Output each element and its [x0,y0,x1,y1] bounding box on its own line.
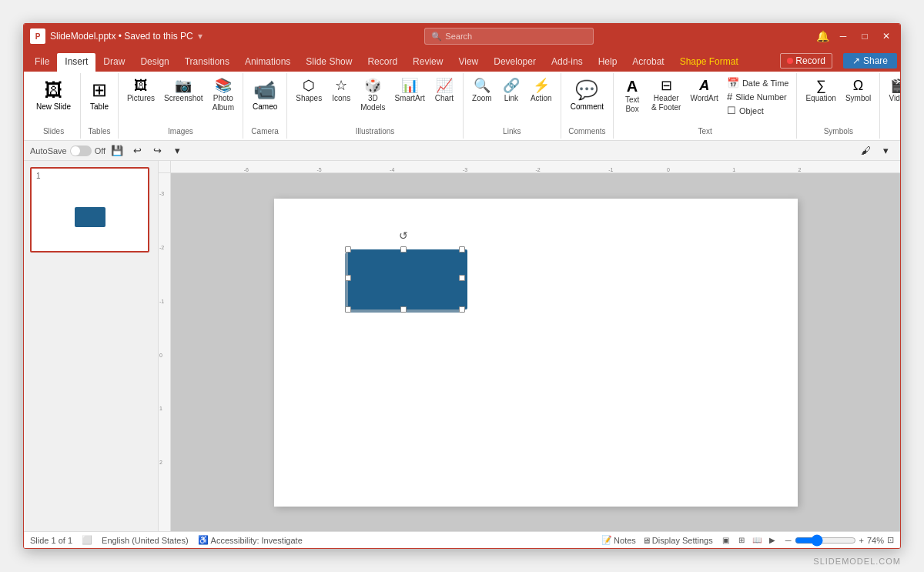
ribbon-tab-bar: File Insert Draw Design Transitions Anim… [24,49,900,72]
tab-acrobat[interactable]: Acrobat [624,53,671,72]
pictures-button[interactable]: 🖼 Pictures [123,76,159,105]
accessibility-icon: ♿ [198,535,209,545]
slide-thumbnail-1[interactable]: 1 [30,167,149,253]
handle-bot-center[interactable] [400,306,407,313]
new-slide-button[interactable]: 🖼 New Slide [32,76,75,114]
cameo-button[interactable]: 📹 Cameo [248,76,282,114]
tab-shape-format[interactable]: Shape Format [672,53,746,72]
symbol-icon: Ω [853,79,863,92]
app-logo: P [30,28,45,44]
accessibility-status[interactable]: ♿ Accessibility: Investigate [198,535,303,545]
table-button[interactable]: ⊞ Table [85,76,113,114]
autosave-switch[interactable] [70,146,92,156]
save-button[interactable]: 💾 [109,142,126,159]
undo-button[interactable]: ↩ [129,142,146,159]
zoom-range[interactable] [795,534,856,547]
zoom-button[interactable]: 🔍 Zoom [468,76,496,105]
share-button[interactable]: ↗ Share [843,53,897,69]
screenshot-button[interactable]: 📷 Screenshot [160,76,207,105]
handle-mid-right[interactable] [459,275,465,281]
tab-slideshow[interactable]: Slide Show [298,53,360,72]
ribbon-group-illustrations: ⬡ Shapes ☆ Icons 🎲 3D Models 📊 SmartArt … [287,73,464,139]
action-button[interactable]: ⚡ Action [527,76,556,105]
slide-thumb-content [32,183,148,251]
display-icon: 🖥 [642,536,651,545]
handle-top-right[interactable] [459,246,465,253]
shapes-button[interactable]: ⬡ Shapes [292,76,326,105]
ribbon-group-camera: 📹 Cameo Camera [243,73,287,139]
slide-number-button[interactable]: # Slide Number [724,90,792,103]
comment-button[interactable]: 💬 Comment [566,76,608,114]
handle-bot-left[interactable] [345,306,351,313]
pictures-icon: 🖼 [134,79,148,92]
tab-record[interactable]: Record [360,53,405,72]
normal-view-button[interactable]: ▣ [719,534,733,547]
ribbon-group-symbols: ∑ Equation Ω Symbol Symbols [797,73,880,139]
notes-button[interactable]: 📝 Notes [601,535,636,545]
tab-insert[interactable]: Insert [57,53,95,72]
qa-more-button[interactable]: ▾ [169,142,186,159]
share-icon: ↗ [852,55,860,66]
3d-models-button[interactable]: 🎲 3D Models [357,76,389,115]
ribbon-group-text: A Text Box ⊟ Header & Footer A WordArt 📅… [614,73,797,139]
tab-file[interactable]: File [27,53,57,72]
handle-top-left[interactable] [345,246,351,253]
close-button[interactable]: ✕ [879,28,894,44]
record-dot-icon [787,58,793,64]
minimize-button[interactable]: ─ [835,28,851,44]
selected-shape[interactable]: ↺ [342,243,465,313]
photo-album-button[interactable]: 📚 Photo Album [209,76,238,115]
redo-button[interactable]: ↪ [149,142,166,159]
slide-canvas-wrapper[interactable]: ↺ [171,173,900,531]
search-area: 🔍 Search [203,28,816,45]
tab-help[interactable]: Help [591,53,625,72]
display-settings-button[interactable]: 🖥 Display Settings [642,536,713,545]
rotate-handle[interactable]: ↺ [399,229,408,242]
table-icon: ⊞ [92,79,107,101]
title-bar-left: P SlideModel.pptx • Saved to this PC ▾ [30,28,203,44]
help-icon[interactable]: 🔔 [816,30,829,42]
chart-button[interactable]: 📈 Chart [430,76,458,105]
search-bar[interactable]: 🔍 Search [424,28,594,45]
zoom-in-icon[interactable]: + [859,536,864,545]
tab-review[interactable]: Review [405,53,450,72]
main-content: 1 -6 -5 -4 -3 -2 -1 [24,161,900,531]
handle-bot-right[interactable] [459,306,465,313]
photo-album-icon: 📚 [215,79,232,92]
fit-slide-button[interactable]: ⊡ [887,535,894,545]
tab-draw[interactable]: Draw [95,53,132,72]
shape-main[interactable] [348,249,467,309]
slide-number: 1 [33,170,44,182]
tab-view[interactable]: View [450,53,486,72]
tab-addins[interactable]: Add-ins [544,53,591,72]
icons-button[interactable]: ☆ Icons [327,76,355,105]
icons-icon: ☆ [335,79,347,92]
symbol-button[interactable]: Ω Symbol [842,76,875,105]
slide-sorter-button[interactable]: ⊞ [735,534,748,547]
date-time-button[interactable]: 📅 Date & Time [724,76,792,89]
header-footer-button[interactable]: ⊟ Header & Footer [648,76,685,115]
video-button[interactable]: 🎬 Video [885,76,901,105]
toggle-knob [71,146,80,156]
autosave-toggle: AutoSave Off [30,146,105,156]
tab-design[interactable]: Design [132,53,176,72]
tab-developer[interactable]: Developer [486,53,544,72]
handle-mid-left[interactable] [345,275,351,281]
textbox-button[interactable]: A Text Box [618,76,646,116]
format-painter-button[interactable]: 🖌 [857,142,874,159]
zoom-out-icon[interactable]: ─ [785,536,792,545]
slideshow-view-button[interactable]: ▶ [765,534,779,547]
textbox-icon: A [627,79,638,94]
restore-button[interactable]: □ [857,28,872,44]
wordart-button[interactable]: A WordArt [686,76,722,105]
equation-button[interactable]: ∑ Equation [802,76,839,105]
tab-transitions[interactable]: Transitions [177,53,237,72]
handle-top-center[interactable] [400,246,407,253]
smartart-button[interactable]: 📊 SmartArt [390,76,428,105]
link-button[interactable]: 🔗 Link [497,76,525,105]
tab-animations[interactable]: Animations [237,53,298,72]
record-button[interactable]: Record [780,53,832,69]
reading-view-button[interactable]: 📖 [750,534,764,547]
qa-extra-button[interactable]: ▾ [877,142,894,159]
object-button[interactable]: ☐ Object [724,104,792,117]
